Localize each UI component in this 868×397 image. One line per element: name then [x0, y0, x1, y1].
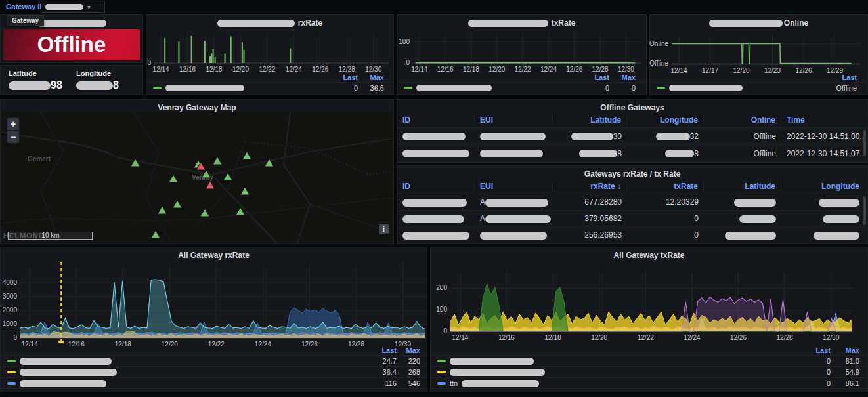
title-suffix: txRate [552, 18, 576, 28]
map-zoom-out-button[interactable]: − [7, 131, 20, 144]
lon-suffix: 32 [690, 132, 699, 141]
eui-redacted [480, 232, 547, 240]
all-txrate-chart[interactable]: 12/1412/1612/1812/2012/2212/2412/2612/28… [431, 261, 868, 352]
chart-title: All Gateway txRate [431, 251, 867, 260]
id-redacted [402, 199, 467, 207]
variable-label: Gateway ID [6, 3, 45, 10]
table-row[interactable]: 30 32 Offline 2022-12-30 14:51:00.... [397, 128, 867, 145]
chevron-down-icon: ▾ [87, 3, 91, 10]
legend-row[interactable]: Offline [650, 82, 867, 93]
legend-max-value: 546 [397, 379, 420, 387]
legend-row[interactable]: 0 61.0 [431, 355, 867, 366]
online-mini-chart[interactable]: 12/1412/1712/2012/2312/2612/29OnlineOffl… [650, 28, 868, 77]
legend-max-value: 61.0 [831, 357, 859, 365]
column-header-eui[interactable]: EUI [475, 182, 553, 191]
series-swatch [657, 87, 665, 89]
topbar: Gateway ID ▾ [0, 0, 868, 14]
legend-max-value: 0 [609, 84, 636, 92]
title-suffix: Online [784, 18, 808, 28]
redacted-title [468, 20, 548, 27]
column-header-time[interactable]: Time [781, 115, 865, 125]
legend-last-header[interactable]: Last [329, 73, 358, 81]
online-mini-panel: Online 12/1412/1712/2012/2312/2612/29Onl… [649, 14, 868, 95]
map-title: Venray Gateway Map [1, 103, 393, 112]
svg-text:12/30: 12/30 [823, 334, 839, 341]
series-swatch [153, 87, 162, 89]
svg-text:12/24: 12/24 [684, 334, 700, 341]
eui-redacted [485, 215, 551, 223]
legend-row[interactable]: 24.7 220 [1, 355, 427, 366]
column-header-txrate[interactable]: txRate [627, 182, 704, 191]
legend-row[interactable]: 0 0 [397, 82, 646, 93]
column-header-longitude[interactable]: Longitude [627, 115, 704, 125]
table-scrollbar[interactable] [863, 196, 866, 225]
legend-last-value: 0 [329, 84, 358, 92]
column-header-eui[interactable]: EUI [475, 115, 553, 125]
legend-max-header[interactable]: Max [609, 73, 636, 81]
legend-max-header[interactable]: Max [397, 346, 420, 354]
column-header-id[interactable]: ID [397, 182, 475, 191]
lon-redacted [814, 232, 859, 240]
map-zoom-in-button[interactable]: + [7, 117, 20, 131]
table-header-row: ID EUI rxRate ↓ txRate Latitude Longitud… [397, 179, 867, 194]
table-row[interactable]: A 379.05682 0 [397, 211, 867, 227]
column-header-latitude[interactable]: Latitude [553, 115, 627, 125]
legend-row[interactable]: 0 36.6 [146, 82, 393, 93]
column-header-rxrate-sorted[interactable]: rxRate ↓ [553, 182, 627, 191]
offline-status-banner: Offline [3, 29, 140, 60]
eui-redacted [485, 199, 548, 207]
rxrate-mini-chart[interactable]: 12/1412/1612/1812/2012/2212/2412/2612/28… [146, 30, 395, 75]
gateway-id-dropdown[interactable]: ▾ [41, 1, 105, 13]
legend-last-value: 36.4 [357, 368, 397, 376]
redacted-title [217, 20, 295, 27]
panel-title: rxRate [146, 18, 393, 28]
map-canvas[interactable]: Gemert HELMOND Deurne Venray + − 10 km i [1, 112, 393, 243]
legend-max-header[interactable]: Max [358, 73, 384, 81]
id-redacted [402, 215, 464, 223]
table-row[interactable]: 8 8 Offline 2022-12-30 14:51:07... [397, 145, 867, 162]
legend-header: Last [650, 72, 867, 82]
lat-redacted [734, 199, 776, 207]
lat-redacted [725, 232, 776, 240]
legend-max-header[interactable]: Max [831, 346, 859, 354]
column-header-online[interactable]: Online [704, 115, 781, 125]
svg-text:12/16: 12/16 [498, 334, 515, 341]
column-header-longitude[interactable]: Longitude [781, 182, 865, 191]
online-status: Offline [704, 149, 781, 158]
legend-last-header[interactable]: Last [580, 73, 609, 81]
table-row[interactable]: 256.26953 0 [397, 227, 867, 243]
svg-text:0: 0 [13, 334, 17, 341]
svg-text:200: 200 [436, 284, 447, 291]
legend-max-value: 36.6 [358, 84, 384, 92]
svg-text:12/18: 12/18 [545, 334, 561, 341]
title-suffix: rxRate [298, 18, 322, 28]
txrate-mini-chart[interactable]: 12/1412/1612/1812/2012/2212/2412/2612/28… [397, 30, 647, 75]
legend-row[interactable]: 36.4 268 [1, 366, 427, 377]
series-name-prefix: ttn [450, 379, 458, 387]
series-swatch [437, 371, 446, 373]
legend-last-header[interactable]: Last [791, 346, 831, 354]
svg-text:1000: 1000 [3, 320, 18, 327]
table-row[interactable]: A 677.28280 12.20329 [397, 194, 867, 211]
legend-last-header[interactable]: Last [815, 73, 857, 81]
legend-row[interactable]: ttn 0 86.1 [431, 377, 867, 389]
svg-text:12/20: 12/20 [591, 334, 607, 341]
legend-row[interactable]: 116 546 [1, 377, 427, 389]
map-markers[interactable] [1, 112, 393, 243]
latitude-suffix: 98 [51, 79, 62, 91]
offline-gateways-panel: Offline Gateways ID EUI Latitude Longitu… [397, 99, 868, 163]
all-rxrate-chart[interactable]: 12/1412/1612/1812/2012/2212/2412/2612/28… [1, 261, 428, 352]
id-redacted [402, 133, 466, 140]
legend-row[interactable]: 0 54.9 [431, 366, 867, 377]
panel-title: txRate [397, 18, 646, 28]
series-name-redacted [462, 380, 539, 387]
map-info-button[interactable]: i [379, 224, 389, 234]
column-header-latitude[interactable]: Latitude [704, 182, 781, 191]
svg-text:4000: 4000 [3, 279, 18, 286]
latitude-value: 98 [9, 79, 62, 91]
rxrate-value: 379.05682 [553, 214, 627, 223]
legend-last-header[interactable]: Last [357, 346, 397, 354]
legend-max-value: 54.9 [831, 368, 859, 376]
table-scrollbar[interactable] [863, 130, 866, 156]
column-header-id[interactable]: ID [397, 115, 475, 125]
